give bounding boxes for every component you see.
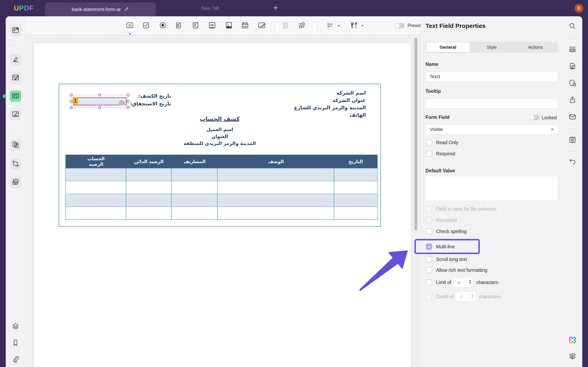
tooltip-label: Tooltip: [425, 89, 441, 94]
selection-handle[interactable]: [127, 94, 130, 96]
preview-toggle[interactable]: [394, 23, 405, 28]
tool-arrange[interactable]: [296, 20, 308, 32]
tool-combobox-field[interactable]: [173, 20, 184, 32]
stepper-up-icon[interactable]: [469, 280, 471, 281]
sidebar-item-bookmark[interactable]: [10, 338, 21, 349]
svg-text:OK: OK: [210, 24, 214, 27]
sidebar-item-reader[interactable]: [10, 25, 21, 36]
limit-checkbox[interactable]: [426, 279, 432, 285]
tool-align[interactable]: [324, 20, 336, 32]
tab-style[interactable]: Style: [470, 42, 513, 52]
sidebar-item-mail[interactable]: [568, 113, 577, 122]
table-cell: [126, 207, 172, 219]
selection-handle[interactable]: [70, 94, 73, 96]
pdf-page[interactable]: اسم الشركةعنوان الشركةالمدينة والرمز الب…: [34, 43, 411, 367]
limit-label: Limit of: [436, 280, 451, 285]
table-header-cell: الرصيد الدائن: [126, 155, 172, 168]
doc-text-line: المدينة والرمز البريدي للشارع: [294, 104, 366, 111]
sidebar-item-feedback[interactable]: [568, 352, 577, 361]
checkbox-read-only[interactable]: [426, 140, 432, 146]
tab-label: bank-statement-form-ar: [72, 7, 121, 12]
rename-pencil-icon[interactable]: [124, 7, 129, 12]
tab-active-document[interactable]: bank-statement-form-ar: [45, 2, 156, 16]
sidebar-item-layers[interactable]: [10, 321, 21, 333]
selection-handle[interactable]: [98, 94, 101, 96]
form-icon: [11, 92, 20, 101]
tool-tools[interactable]: [348, 20, 360, 32]
tools-icon: [350, 21, 358, 30]
field-number-badge: 1: [73, 97, 78, 104]
selection-handle[interactable]: [127, 100, 130, 103]
logo-letter: P: [19, 4, 24, 12]
doc-text-line: عنوان الشركة: [294, 97, 366, 104]
stepper-down-icon[interactable]: [469, 282, 471, 284]
avatar[interactable]: B: [575, 4, 583, 13]
tool-button-field[interactable]: OK: [206, 20, 218, 32]
sidebar-item-ai-assistant[interactable]: [568, 336, 577, 345]
comb-count-stepper: 0: [456, 292, 476, 301]
divider: [570, 38, 576, 39]
checkbox-scroll-long-text[interactable]: [426, 256, 432, 262]
tool-duplicate[interactable]: [279, 20, 291, 32]
sidebar-item-crop[interactable]: [10, 158, 21, 170]
tab-actions[interactable]: Actions: [514, 42, 557, 52]
sidebar-item-organize[interactable]: [10, 140, 21, 151]
tool-date-field[interactable]: [239, 20, 251, 32]
checkbox-label: Password: [436, 217, 457, 223]
canvas-scrollbar[interactable]: [415, 38, 417, 230]
save-icon: [568, 136, 577, 145]
active-tool-indicator: [3, 94, 6, 98]
name-input[interactable]: Text1: [425, 72, 558, 82]
sidebar-item-share[interactable]: [568, 96, 577, 105]
comb-checkbox[interactable]: [426, 294, 432, 300]
checkbox-required[interactable]: [426, 151, 432, 157]
default-value-textarea[interactable]: [425, 176, 558, 201]
form-toolbar: Preview TIOK: [26, 16, 421, 35]
tool-checkbox-field[interactable]: [140, 20, 152, 32]
tool-listbox-field[interactable]: [190, 20, 201, 32]
tool-image-field[interactable]: [223, 20, 235, 32]
sidebar-item-form[interactable]: [10, 91, 21, 102]
properties-panel: Text Field Properties General Style Acti…: [421, 16, 562, 367]
sidebar-item-protect[interactable]: [568, 79, 577, 88]
sidebar-item-ocr[interactable]: OCR: [568, 45, 577, 55]
limit-count-stepper[interactable]: 0: [453, 277, 474, 287]
selection-handle[interactable]: [70, 100, 73, 103]
search-icon: [568, 22, 577, 31]
layers-icon: [11, 322, 20, 331]
attachment-icon: [11, 355, 20, 364]
sidebar-item-edit[interactable]: [10, 72, 21, 83]
sidebar-item-convert[interactable]: [568, 62, 577, 71]
tooltip-input[interactable]: [425, 99, 558, 108]
selected-text-field[interactable]: [73, 98, 127, 105]
tab-general[interactable]: General: [426, 42, 470, 52]
edit-icon: [11, 73, 20, 82]
checkbox-check-spelling[interactable]: [426, 228, 432, 234]
table-cell: [172, 207, 218, 219]
watermark-icon: [11, 178, 20, 187]
tool-signature-field[interactable]: [256, 20, 268, 32]
sidebar-item-annotate[interactable]: [10, 54, 21, 65]
tool-text-field[interactable]: TI: [124, 20, 136, 32]
chevron-down-icon[interactable]: [361, 25, 363, 26]
divider: [318, 22, 318, 30]
tool-radio-field[interactable]: [157, 20, 169, 32]
add-tab-button[interactable]: +: [271, 3, 281, 13]
locked-label: Locked: [542, 115, 557, 120]
chevron-down-icon[interactable]: [338, 25, 340, 26]
sidebar-item-undo[interactable]: [568, 157, 577, 166]
sidebar-item-save[interactable]: [568, 136, 577, 145]
visibility-select[interactable]: Visible: [425, 125, 558, 134]
checkbox-allow-rich-text-formatting[interactable]: [426, 267, 432, 273]
sidebar-item-attachment[interactable]: [10, 354, 21, 365]
selection-handle[interactable]: [127, 106, 130, 109]
selection-handle[interactable]: [98, 106, 101, 109]
selection-handle[interactable]: [70, 106, 73, 109]
sidebar-item-search[interactable]: [568, 22, 577, 31]
document-canvas[interactable]: اسم الشركةعنوان الشركةالمدينة والرمز الب…: [26, 35, 421, 367]
sidebar-item-sign[interactable]: [10, 109, 21, 120]
locked-toggle[interactable]: [529, 115, 540, 120]
tab-new-tab[interactable]: New Tab: [184, 0, 237, 16]
doc-title: كشف الحساب: [200, 116, 240, 122]
sidebar-item-watermark[interactable]: [10, 177, 21, 188]
